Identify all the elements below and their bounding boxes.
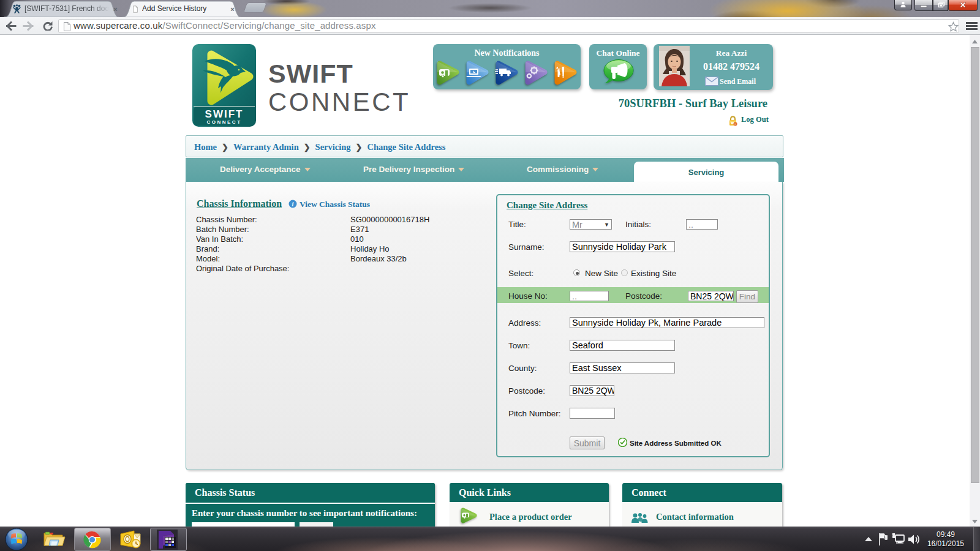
svg-text:i: i [292, 201, 294, 208]
svg-text:SWIFT: SWIFT [205, 108, 244, 120]
svg-text:CONNECT: CONNECT [206, 119, 241, 125]
